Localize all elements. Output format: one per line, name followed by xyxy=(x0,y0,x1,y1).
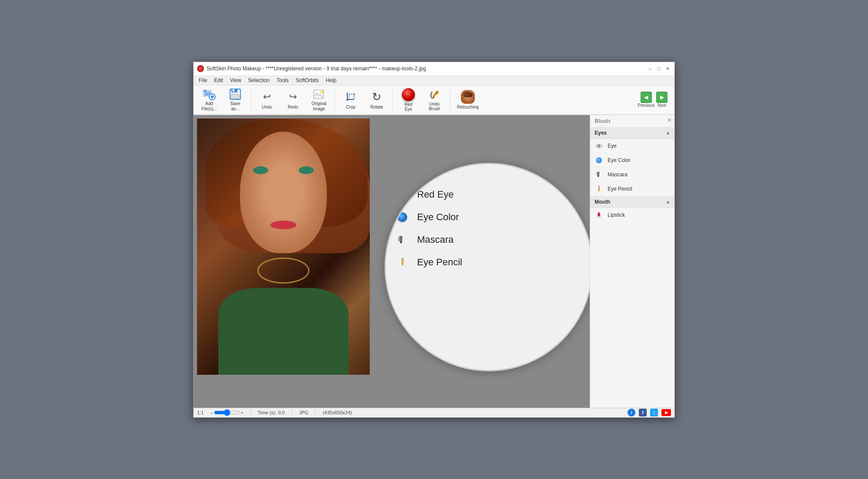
panel-mascara-icon xyxy=(595,170,603,179)
zoom-eye-pencil-icon xyxy=(396,256,408,268)
time-value: 0.0 xyxy=(278,410,285,415)
format-status: JPG xyxy=(299,410,308,415)
zoom-status: 1:1 xyxy=(197,410,204,415)
mouth-section-header[interactable]: Mouth ▲ xyxy=(590,196,674,208)
previous-nav-button[interactable]: ◀ xyxy=(641,92,652,103)
panel-eye-label: Eye xyxy=(608,143,617,149)
menu-view[interactable]: View xyxy=(227,76,245,84)
zoom-eye-color-icon xyxy=(396,211,408,223)
menu-help[interactable]: Help xyxy=(322,76,340,84)
sep1 xyxy=(251,89,251,111)
rotate-button[interactable]: ↻ Rotate xyxy=(365,87,389,112)
zoom-level: 1:1 xyxy=(197,410,204,415)
title-bar-left: SoftSkin Photo Makeup - ****Unregistered… xyxy=(197,65,426,72)
eyes-section-header[interactable]: Eyes ▲ xyxy=(590,127,674,139)
status-sep3 xyxy=(315,410,316,416)
svg-rect-9 xyxy=(349,94,354,99)
panel-lipstick-item[interactable]: Lipstick xyxy=(590,208,674,222)
original-image-label: OriginalImage xyxy=(312,101,326,112)
photo-image xyxy=(197,119,370,375)
main-area: Eyes ▲ Red Eye xyxy=(194,115,674,408)
close-button[interactable]: ✕ xyxy=(664,65,671,72)
svg-rect-19 xyxy=(597,216,601,218)
menu-softorbits[interactable]: SoftOrbits xyxy=(292,76,322,84)
menu-bar: File Edit View Selection Tools SoftOrbit… xyxy=(194,76,674,86)
svg-rect-17 xyxy=(598,186,600,187)
save-as-label: Saveas... xyxy=(230,101,240,112)
rotate-label: Rotate xyxy=(370,105,383,109)
zoom-red-eye-item[interactable]: Red Eye xyxy=(386,183,590,206)
zoom-red-eye-label: Red Eye xyxy=(417,189,454,200)
redo-label: Redo xyxy=(288,105,298,109)
status-sep2 xyxy=(292,410,292,416)
file-dimensions: (435x650x24) xyxy=(322,410,352,415)
zoom-mascara-label: Mascara xyxy=(417,234,454,245)
next-label: Next xyxy=(658,103,667,108)
youtube-icon[interactable]: ▶ xyxy=(661,409,671,416)
redo-button[interactable]: ↪ Redo xyxy=(281,87,305,112)
previous-label: Previous xyxy=(638,103,654,108)
panel-lipstick-label: Lipstick xyxy=(608,212,625,218)
menu-selection[interactable]: Selection xyxy=(245,76,273,84)
mouth-section-arrow: ▲ xyxy=(666,199,670,204)
panel-eye-color-icon xyxy=(595,156,603,165)
next-nav-button[interactable]: ▶ xyxy=(656,92,667,103)
retouching-label: Retouching xyxy=(457,105,479,109)
zoom-mascara-item[interactable]: Mascara xyxy=(386,228,590,251)
add-files-icon xyxy=(202,88,216,100)
zoom-eye-color-item[interactable]: Eye Color xyxy=(386,206,590,228)
menu-file[interactable]: File xyxy=(195,76,210,84)
canvas-area[interactable]: Eyes ▲ Red Eye xyxy=(194,115,590,408)
panel-mascara-item[interactable]: Mascara xyxy=(590,168,674,182)
retouching-icon xyxy=(461,90,475,104)
menu-edit[interactable]: Edit xyxy=(210,76,227,84)
zoom-eye-pencil-item[interactable]: Eye Pencil xyxy=(386,251,590,274)
undo-brush-icon xyxy=(427,89,441,101)
blush-label: Blush xyxy=(595,118,610,124)
svg-rect-1 xyxy=(203,90,207,92)
undo-icon: ↩ xyxy=(260,90,274,104)
mouth-section-label: Mouth xyxy=(595,199,610,205)
twitter-icon[interactable]: t xyxy=(650,409,658,416)
crop-button[interactable]: Crop xyxy=(339,87,363,112)
red-eye-label: RedEye xyxy=(404,102,412,112)
panel-eye-pencil-label: Eye Pencil xyxy=(608,186,632,192)
original-image-button[interactable]: OriginalImage xyxy=(307,87,331,112)
eyes-section-label: Eyes xyxy=(595,130,607,136)
menu-tools[interactable]: Tools xyxy=(273,76,292,84)
add-files-button[interactable]: AddFile(s)... xyxy=(197,87,221,112)
file-format: JPG xyxy=(299,410,308,415)
panel-eye-color-item[interactable]: Eye Color xyxy=(590,153,674,168)
zoom-range-input[interactable] xyxy=(214,410,240,415)
panel-mascara-label: Mascara xyxy=(608,172,628,178)
undo-brush-label: UndoBrush xyxy=(429,102,440,111)
red-eye-button[interactable]: RedEye xyxy=(396,87,421,112)
crop-icon xyxy=(344,90,358,104)
panel-lipstick-icon xyxy=(595,211,603,219)
info-icon[interactable]: i xyxy=(628,409,635,416)
undo-button[interactable]: ↩ Undo xyxy=(255,87,279,112)
panel-eye-item[interactable]: Eye xyxy=(590,139,674,153)
undo-brush-button[interactable]: UndoBrush xyxy=(422,87,447,112)
app-icon xyxy=(197,65,204,72)
save-as-button[interactable]: Saveas... xyxy=(223,87,247,112)
sep4 xyxy=(450,89,450,111)
close-panel-button[interactable]: ✕ xyxy=(666,117,673,124)
rotate-icon: ↻ xyxy=(370,90,384,104)
photo-container xyxy=(197,119,370,375)
main-window: SoftSkin Photo Makeup - ****Unregistered… xyxy=(193,62,675,418)
minimize-button[interactable]: – xyxy=(647,65,654,72)
svg-rect-15 xyxy=(597,172,599,176)
time-status: Time (s): 0.0 xyxy=(258,410,285,415)
time-label: Time (s): xyxy=(258,410,276,415)
facebook-icon[interactable]: f xyxy=(639,409,647,416)
panel-scroll[interactable]: Eyes ▲ Eye xyxy=(590,127,674,408)
zoom-slider[interactable]: – + xyxy=(210,410,243,415)
panel-eye-pencil-item[interactable]: Eye Pencil xyxy=(590,182,674,196)
svg-rect-11 xyxy=(399,236,402,242)
original-image-icon xyxy=(312,88,326,100)
retouching-button[interactable]: Retouching xyxy=(454,87,482,112)
zoom-title: Eyes xyxy=(395,171,418,183)
title-bar-controls: – □ ✕ xyxy=(647,65,671,72)
maximize-button[interactable]: □ xyxy=(655,65,662,72)
